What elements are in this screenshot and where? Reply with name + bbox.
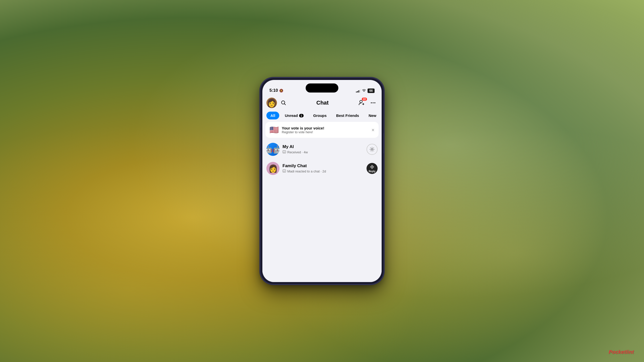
battery-display: 66 [368, 88, 375, 93]
tab-new[interactable]: New [365, 112, 380, 119]
filter-tabs: All Unread 1 Groups Best Friends New [262, 110, 382, 122]
tab-unread[interactable]: Unread 1 [281, 112, 308, 119]
mute-icon: 🔕 [279, 89, 283, 93]
add-friend-button[interactable]: 22 [357, 98, 367, 108]
power-button [383, 133, 384, 153]
time-display: 5:10 [269, 88, 278, 93]
my-ai-camera-button[interactable] [367, 144, 378, 155]
search-button[interactable] [279, 98, 288, 107]
status-right: 66 [356, 88, 375, 93]
signal-bar-3 [358, 90, 359, 93]
tab-best-friends[interactable]: Best Friends [332, 112, 363, 119]
family-chat-name: Family Chat [283, 163, 364, 168]
preview-icon [283, 150, 286, 154]
banner-flag-icon: 🇺🇸 [269, 125, 279, 134]
signal-bar-1 [356, 92, 357, 93]
signal-bar-4 [360, 89, 360, 93]
add-friend-badge: 22 [362, 98, 367, 101]
svg-point-3 [373, 102, 374, 103]
phone-screen: 5:10 🔕 [262, 80, 382, 282]
dynamic-island [306, 83, 338, 93]
search-icon [281, 100, 286, 106]
preview-icon [283, 169, 286, 173]
svg-point-2 [371, 102, 372, 103]
volume-up-button [260, 130, 261, 148]
header-actions: 22 [357, 98, 378, 108]
unread-badge: 1 [299, 114, 304, 117]
more-options-button[interactable] [369, 98, 378, 107]
chat-header: Chat 22 [262, 95, 382, 110]
chat-item-my-ai[interactable]: 🤖 My AI Receiv [262, 140, 382, 159]
page-title: Chat [288, 100, 357, 106]
camera-reply-icon [370, 164, 375, 169]
banner-close-button[interactable]: ✕ [370, 126, 376, 133]
phone-frame: 5:10 🔕 [260, 78, 384, 284]
tab-all[interactable]: All [266, 112, 279, 119]
family-chat-preview: Madi reacted to a chat · 2d [283, 169, 364, 173]
signal-bars [356, 89, 360, 93]
my-ai-info: My AI Received · 4w [283, 144, 364, 154]
svg-point-10 [372, 166, 373, 167]
signal-bar-2 [357, 91, 358, 93]
my-ai-preview: Received · 4w [283, 150, 364, 154]
mute-button [260, 118, 261, 128]
svg-point-1 [360, 100, 362, 103]
banner-text: Your vote is your voice! Register to vot… [282, 126, 375, 134]
svg-point-4 [374, 102, 375, 103]
svg-point-7 [372, 149, 373, 150]
vote-banner[interactable]: 🇺🇸 Your vote is your voice! Register to … [265, 122, 379, 138]
tab-groups[interactable]: Groups [309, 112, 331, 119]
chat-item-family[interactable]: 👩 Family Chat [262, 159, 382, 178]
ellipsis-icon [370, 100, 376, 106]
user-avatar-button[interactable] [266, 98, 277, 108]
family-reply-button[interactable]: Reply [367, 163, 378, 174]
banner-title: Your vote is your voice! [282, 126, 375, 130]
my-ai-avatar: 🤖 [266, 143, 279, 156]
reply-label: Reply [369, 170, 375, 173]
phone-container: 5:10 🔕 [260, 78, 384, 284]
family-chat-info: Family Chat Madi reacted to a chat · 2d [283, 163, 364, 173]
banner-subtitle: Register to vote here! [282, 130, 375, 134]
volume-down-button [260, 150, 261, 168]
family-chat-avatar: 👩 [266, 162, 279, 175]
status-time: 5:10 🔕 [269, 88, 283, 93]
camera-icon [369, 147, 375, 152]
my-ai-name: My AI [283, 144, 364, 149]
chat-list: 🤖 My AI Receiv [262, 140, 382, 178]
user-avatar [266, 98, 277, 108]
wifi-icon [362, 89, 366, 93]
app-content: Chat 22 [262, 95, 382, 282]
